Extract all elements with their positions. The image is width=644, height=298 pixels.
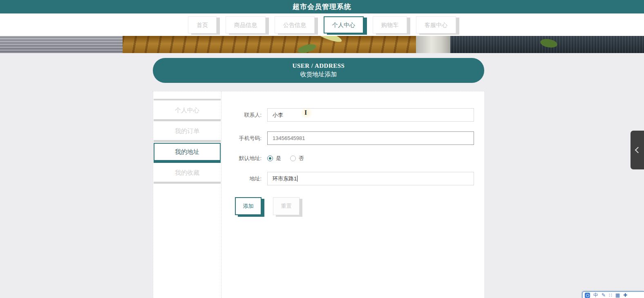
ime-keyboard-icon[interactable]: ▦ (615, 293, 620, 298)
page-title: 收货地址添加 (300, 71, 337, 78)
side-panel-collapse-tab[interactable] (631, 131, 644, 169)
app-header: 超市会员管理系统 (0, 0, 644, 13)
reset-button[interactable]: 重置 (273, 197, 300, 215)
ime-toolbox-icon[interactable]: ✚ (623, 293, 627, 298)
nav-tab-announcements[interactable]: 公告信息 (275, 16, 315, 33)
sidebar-item-my-favorites[interactable]: 我的收藏 (154, 164, 221, 182)
address-input[interactable]: 环市东路1 (267, 172, 474, 185)
hero-wood-texture (0, 36, 123, 53)
nav-tab-cart[interactable]: 购物车 (373, 16, 407, 33)
default-address-radio-group: 是 否 (267, 155, 304, 162)
nav-tab-personal-center[interactable]: 个人中心 (324, 16, 364, 33)
address-label: 地址: (221, 175, 267, 182)
app-title: 超市会员管理系统 (293, 2, 351, 11)
hero-food-texture (123, 36, 416, 53)
phone-label: 手机号码: (221, 135, 267, 142)
add-button[interactable]: 添加 (235, 197, 262, 215)
address-value: 环市东路1 (273, 175, 297, 182)
default-address-row: 默认地址: 是 否 (221, 155, 484, 162)
sidebar-item-my-address[interactable]: 我的地址 (154, 143, 221, 161)
contact-label: 联系人: (221, 111, 267, 119)
main-nav: 首页 商品信息 公告信息 个人中心 购物车 客服中心 (0, 13, 644, 36)
radio-option-no[interactable]: 否 (290, 155, 304, 162)
ime-logo-icon[interactable] (585, 293, 590, 298)
address-form: 联系人: 手机号码: 默认地址: 是 否 地址: 环市东 (221, 91, 484, 298)
radio-yes-icon[interactable] (267, 156, 273, 161)
breadcrumb-banner: USER / ADDRESS 收货地址添加 (153, 58, 484, 83)
address-row: 地址: 环市东路1 (221, 172, 484, 185)
breadcrumb: USER / ADDRESS (293, 62, 345, 69)
content-panel: 个人中心 我的订单 我的地址 我的收藏 联系人: 手机号码: 默认地址: 是 否 (153, 91, 484, 298)
form-buttons: 添加 重置 (235, 197, 484, 215)
sidebar-item-personal-center[interactable]: 个人中心 (154, 101, 221, 119)
ime-toolbar[interactable]: 中 ✎ ∷ ▦ ✚ (582, 291, 644, 298)
radio-option-yes[interactable]: 是 (267, 155, 281, 162)
ime-punctuation-icon[interactable]: ∷ (609, 293, 612, 298)
nav-tab-service[interactable]: 客服中心 (416, 16, 456, 33)
default-address-label: 默认地址: (221, 155, 267, 162)
ime-mode-toggle[interactable]: 中 (593, 293, 598, 298)
sidebar: 个人中心 我的订单 我的地址 我的收藏 (153, 91, 221, 298)
nav-tab-products[interactable]: 商品信息 (226, 16, 266, 33)
radio-no-icon[interactable] (290, 156, 296, 161)
sidebar-divider (154, 99, 221, 100)
radio-yes-label: 是 (276, 155, 281, 162)
chevron-left-icon (635, 147, 642, 153)
hero-banner-image (0, 36, 644, 53)
phone-row: 手机号码: (221, 131, 484, 145)
nav-tab-home[interactable]: 首页 (188, 16, 217, 33)
radio-no-label: 否 (299, 155, 304, 162)
phone-input[interactable] (267, 131, 474, 145)
contact-input[interactable] (267, 108, 474, 122)
text-caret (297, 176, 297, 182)
contact-row: 联系人: (221, 108, 484, 122)
hero-plank-texture (416, 36, 450, 53)
sidebar-item-my-orders[interactable]: 我的订单 (154, 122, 221, 140)
ime-handwriting-icon[interactable]: ✎ (602, 293, 606, 298)
